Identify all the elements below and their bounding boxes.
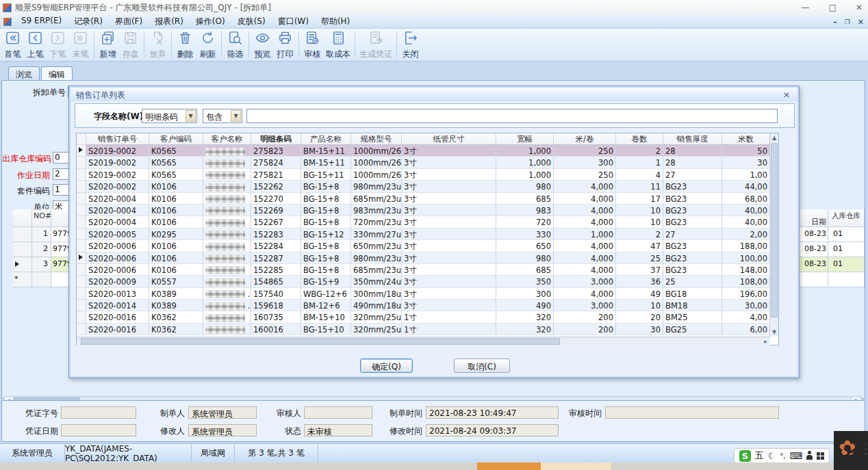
row-selector[interactable]	[77, 311, 86, 323]
column-header[interactable]: 明细条码	[251, 133, 301, 145]
column-header[interactable]: 宽幅	[496, 133, 554, 145]
toolbar-button-prev[interactable]: 上笔	[24, 29, 47, 60]
table-row[interactable]: S2020-0006K0106152287BG-15+8980mm/23um..…	[77, 252, 778, 264]
table-row[interactable]: S2020-0006K0106152284BG-15+8650mm/23um..…	[77, 240, 778, 252]
table-row[interactable]: S2019-0002K0565275823BM-15+111000mm/26u.…	[77, 145, 778, 157]
sales-order-grid[interactable]: 销售订单号客户编码客户名称明细条码产品名称规格型号纸管尺寸宽幅米/卷卷数销售厚度…	[76, 133, 779, 345]
cancel-button[interactable]: 取消(C)	[454, 358, 510, 373]
keyboard-icon[interactable]: ⌨	[789, 451, 802, 461]
table-row[interactable]: S2020-0016K0362160016BG-15+10320mm/25um.…	[77, 324, 778, 335]
table-row[interactable]: S2020-0013K0389 .157540WBG-12+6300mm/18u…	[77, 288, 778, 300]
row-selector[interactable]	[77, 252, 86, 264]
row-selector[interactable]	[77, 157, 86, 168]
column-header[interactable]: 客户名称	[203, 133, 251, 145]
input-method-tray[interactable]: S 五 ☾ °, ⌨	[734, 448, 830, 463]
moon-icon[interactable]: ☾	[768, 451, 776, 461]
menu-item[interactable]: 界面(F)	[109, 14, 149, 29]
column-header[interactable]: 卷数	[616, 133, 663, 145]
row-selector[interactable]	[77, 300, 86, 311]
toolbar-button-delete[interactable]: 删除	[174, 29, 196, 60]
row-selector[interactable]	[77, 288, 86, 300]
row-selector[interactable]	[77, 276, 86, 287]
mdi-restore-button[interactable]: ❐	[845, 18, 850, 25]
grid-vscrollbar[interactable]: ▲ ▼	[769, 133, 778, 337]
toolbar-button-first[interactable]: 首笔	[1, 29, 24, 60]
row-selector[interactable]	[77, 264, 86, 276]
row-selector[interactable]	[77, 205, 86, 216]
table-row[interactable]: S2019-0002K0565275824BM-15+111000mm/26u.…	[77, 157, 778, 168]
toolbar-button-preview[interactable]: 预览	[251, 29, 274, 60]
row-selector[interactable]	[77, 181, 86, 192]
column-header[interactable]: 销售订单号	[86, 133, 149, 145]
column-header[interactable]: 纸管尺寸	[402, 133, 496, 145]
table-row[interactable]: S2019-0002K0565275821BG-15+111000mm/26u.…	[77, 169, 778, 181]
column-header[interactable]: 销售厚度	[663, 133, 722, 145]
toolbar-button-close-doc[interactable]: 关闭	[399, 29, 422, 60]
scroll-right-icon[interactable]: ▸	[761, 338, 770, 345]
minimize-button[interactable]: —	[802, 3, 810, 12]
wubi-mode-icon[interactable]: 五	[755, 449, 764, 462]
row-selector[interactable]	[77, 240, 86, 252]
scroll-down-icon[interactable]: ▼	[770, 328, 778, 337]
row-selector[interactable]	[77, 169, 86, 181]
grid-menu-icon[interactable]	[817, 452, 824, 460]
menu-item[interactable]: 皮肤(S)	[231, 14, 272, 29]
dialog-close-icon[interactable]: ✕	[781, 90, 792, 100]
scroll-up-icon[interactable]: ▲	[770, 133, 778, 142]
column-header[interactable]: 米/卷	[554, 133, 616, 145]
dialog-title-bar[interactable]: 销售订单列表 ✕	[71, 88, 797, 101]
row-selector-header[interactable]	[77, 133, 86, 145]
screen-recorder-overlay[interactable]: ✿ ···	[834, 431, 868, 470]
scroll-thumb[interactable]	[771, 143, 778, 317]
table-row[interactable]: S2020-0005K0295152283BG-15+12330mm/27um.…	[77, 229, 778, 240]
more-dots-icon[interactable]: ···	[865, 442, 867, 456]
table-row[interactable]: S2020-0004K0106152269BG-15+8983mm/23um..…	[77, 205, 778, 216]
toolbar-button-refresh[interactable]: 刷新	[196, 29, 219, 60]
row-selector[interactable]	[77, 229, 86, 240]
operator-select[interactable]: 包含 ▼	[203, 109, 242, 123]
ok-button[interactable]: 确定(Q)	[360, 358, 413, 373]
chevron-down-icon[interactable]: ▼	[186, 110, 196, 122]
mdi-minimize-button[interactable]: –	[833, 18, 837, 27]
grid-hscrollbar[interactable]: ▸	[77, 337, 770, 345]
chevron-down-icon[interactable]: ▼	[231, 110, 241, 122]
grid-cell	[13, 209, 32, 227]
column-header[interactable]: 规格型号	[351, 133, 402, 145]
row-selector[interactable]	[77, 324, 86, 335]
table-row[interactable]: S2020-0004K0106152270BG-15+8685mm/23um..…	[77, 193, 778, 205]
menu-item[interactable]: 记录(R)	[68, 14, 109, 29]
table-row[interactable]: S2020-0002K0106152262BG-15+8980mm/23um..…	[77, 181, 778, 192]
table-row[interactable]: S2020-0014K0389 ..159618BM-12+6490mm/18u…	[77, 300, 778, 311]
toolbar-button-print[interactable]: 打印	[274, 29, 296, 60]
column-header[interactable]: 产品名称	[301, 133, 351, 145]
menu-item[interactable]: S9 ERP(E)	[15, 14, 68, 29]
menu-item[interactable]: 窗口(W)	[272, 14, 315, 29]
toolbar-button-audit[interactable]: 审核	[301, 29, 324, 60]
close-button[interactable]: ✕	[856, 3, 863, 12]
row-selector[interactable]	[77, 145, 86, 157]
menu-item[interactable]: 报表(R)	[149, 14, 190, 29]
taskbar-active-app[interactable]	[477, 462, 541, 470]
table-row[interactable]: S2020-0009K0557154865BG-15+9350mm/24um..…	[77, 276, 778, 287]
taskbar-app[interactable]	[541, 462, 611, 470]
search-input[interactable]	[246, 109, 778, 123]
row-selector[interactable]	[77, 193, 86, 205]
table-row[interactable]: S2020-0016K0362160735BM-15+10320mm/25um.…	[77, 311, 778, 323]
menu-item[interactable]: 操作(O)	[190, 14, 231, 29]
toolbar-button-cost[interactable]: 取成本	[324, 29, 353, 60]
column-header[interactable]: 客户编码	[149, 133, 203, 145]
toolbar-button-filter[interactable]: 筛选	[224, 29, 246, 60]
punctuation-icon[interactable]: °,	[780, 452, 785, 460]
toolbar-button-add[interactable]: 新增	[97, 29, 119, 60]
row-selector[interactable]	[77, 216, 86, 228]
column-header[interactable]: 米数	[722, 133, 770, 145]
person-icon[interactable]	[806, 451, 813, 460]
table-row[interactable]: S2020-0004K0106152267BG-15+8720mm/23um..…	[77, 216, 778, 228]
sogou-icon[interactable]: S	[739, 450, 751, 462]
field-select[interactable]: 明细条码 ▼	[142, 109, 197, 123]
menu-item[interactable]: 帮助(H)	[315, 14, 356, 29]
scroll-thumb[interactable]	[81, 338, 560, 345]
mdi-close-button[interactable]: ✕	[858, 18, 864, 27]
restore-button[interactable]: □	[829, 3, 837, 12]
table-row[interactable]: S2020-0006K0106152285BG-15+8685mm/23um..…	[77, 264, 778, 276]
